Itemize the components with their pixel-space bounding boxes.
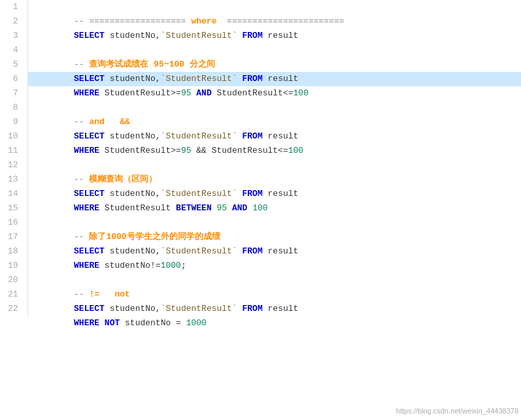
kw-where-18: WHERE [74, 261, 99, 270]
text-5c: result [263, 74, 299, 84]
text-6c: StudentResult<= [212, 88, 294, 98]
ln-4: 4 [5, 43, 22, 57]
text-14c [227, 203, 232, 213]
kw-where-14: WHERE [74, 203, 99, 213]
kw-select-2: SELECT [74, 31, 105, 40]
comment-4a: -- [74, 59, 89, 69]
code-area: 1 2 3 4 5 6 7 8 9 10 11 12 13 14 15 16 1… [0, 0, 521, 316]
text-5a: studentNo, [105, 74, 161, 84]
text-2c: result [263, 31, 299, 40]
comment-dashes-1: -- =================== [74, 16, 191, 26]
ln-16: 16 [5, 216, 22, 230]
kw-select-5: SELECT [74, 74, 105, 84]
comment-8a: -- [74, 117, 89, 127]
ln-8: 8 [5, 101, 22, 115]
kw-select-17: SELECT [74, 246, 105, 256]
text-6a: StudentResult>= [99, 88, 181, 98]
comment-8b: and && [89, 117, 129, 127]
where-heading: where [191, 16, 216, 26]
text-14a: StudentResult [99, 203, 176, 213]
text-9c: result [263, 131, 299, 141]
code-line-12: -- 模糊查询（区间） [28, 158, 521, 172]
kw-from-17: FROM [243, 246, 263, 256]
backtick-5: `StudentResult` [161, 74, 237, 84]
kw-select-13: SELECT [74, 189, 105, 199]
ln-9: 9 [5, 115, 22, 129]
backtick-9: `StudentResult` [161, 131, 237, 141]
text-13c: result [263, 189, 299, 199]
comment-20b: != not [89, 289, 129, 299]
kw-from-2: FROM [243, 31, 263, 40]
ln-12: 12 [5, 158, 22, 172]
text-14d [247, 203, 252, 213]
kw-select-21: SELECT [74, 304, 105, 314]
comment-16b: 除了1000号学生之外的同学的成绩 [89, 232, 220, 242]
backtick-13: `StudentResult` [161, 189, 237, 199]
num-18: 1000 [161, 261, 181, 270]
num-14b: 100 [252, 203, 267, 213]
ln-14: 14 [5, 187, 22, 201]
text-10b: && StudentResult<= [191, 146, 288, 155]
text-5b [237, 74, 243, 84]
ln-7: 7 [5, 86, 22, 101]
backtick-17: `StudentResult` [161, 246, 237, 256]
line-numbers: 1 2 3 4 5 6 7 8 9 10 11 12 13 14 15 16 1… [0, 0, 28, 316]
kw-and-6: AND [196, 88, 211, 98]
ln-19: 19 [5, 259, 22, 273]
kw-where-22: WHERE [74, 318, 99, 328]
text-22b: studentNo = [120, 318, 186, 328]
text-17a: studentNo, [105, 246, 161, 256]
ln-10: 10 [5, 129, 22, 144]
text-22a [99, 318, 105, 328]
comment-20a: -- [74, 289, 89, 299]
num-22: 1000 [186, 318, 207, 328]
comment-dashes-2: ======================= [216, 16, 344, 26]
text-18a: studentNo!= [99, 261, 161, 270]
ln-18: 18 [5, 244, 22, 259]
kw-from-13: FROM [243, 189, 263, 199]
ln-5: 5 [5, 57, 22, 72]
kw-select-9: SELECT [74, 131, 105, 141]
kw-and-14: AND [232, 203, 247, 213]
text-14b [212, 203, 217, 213]
comment-12a: -- [74, 174, 89, 184]
num-6a: 95 [181, 88, 192, 98]
code-line-20: -- != not [28, 273, 521, 287]
text-9b [237, 131, 243, 141]
text-21a: studentNo, [105, 304, 161, 314]
ln-13: 13 [5, 172, 22, 187]
backtick-21: `StudentResult` [161, 304, 237, 314]
text-2a: studentNo, [105, 31, 161, 40]
code-line-1: -- =================== where ===========… [28, 0, 521, 14]
code-line-4: -- 查询考试成绩在 95~100 分之间 [28, 43, 521, 57]
kw-from-5: FROM [243, 74, 263, 84]
ln-15: 15 [5, 201, 22, 216]
comment-4b: 查询考试成绩在 95~100 分之间 [89, 59, 214, 69]
kw-where-6: WHERE [74, 88, 99, 98]
kw-from-21: FROM [243, 304, 263, 314]
kw-between-14: BETWEEN [176, 203, 212, 213]
text-13b [237, 189, 243, 199]
ln-6: 6 [5, 72, 22, 86]
num-10b: 100 [288, 146, 303, 155]
backtick-2: `StudentResult` [161, 31, 237, 40]
num-14a: 95 [217, 203, 227, 213]
text-2b [237, 31, 243, 40]
code-line-16: -- 除了1000号学生之外的同学的成绩 [28, 216, 521, 230]
text-17c: result [263, 246, 299, 256]
kw-where-10: WHERE [74, 146, 99, 155]
text-18b: ; [181, 261, 186, 270]
ln-21: 21 [5, 287, 22, 302]
num-10a: 95 [181, 146, 192, 155]
text-13a: studentNo, [105, 189, 161, 199]
ln-11: 11 [5, 144, 22, 158]
kw-not-22: NOT [105, 318, 120, 328]
text-17b [237, 246, 243, 256]
ln-1: 1 [5, 0, 22, 14]
comment-16a: -- [74, 232, 89, 242]
kw-from-9: FROM [243, 131, 263, 141]
ln-3: 3 [5, 29, 22, 43]
ln-20: 20 [5, 273, 22, 287]
ln-22: 22 [5, 302, 22, 316]
code-content: -- =================== where ===========… [28, 0, 521, 316]
